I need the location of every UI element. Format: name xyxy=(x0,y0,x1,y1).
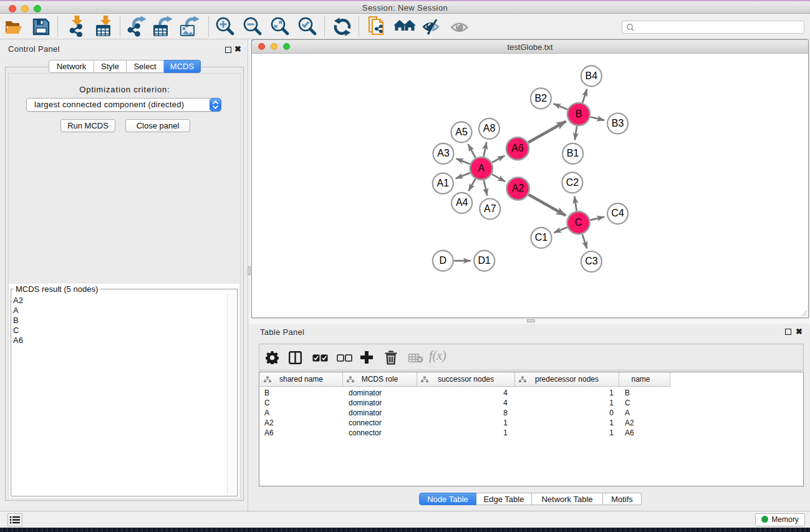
svg-text:B4: B4 xyxy=(586,70,598,81)
svg-text:A: A xyxy=(478,163,485,173)
svg-text:C4: C4 xyxy=(611,208,624,218)
svg-text:D1: D1 xyxy=(478,255,491,266)
svg-text:A4: A4 xyxy=(456,197,468,208)
svg-text:A8: A8 xyxy=(483,123,496,133)
svg-text:A1: A1 xyxy=(437,178,450,188)
svg-text:C3: C3 xyxy=(585,256,598,266)
svg-text:C1: C1 xyxy=(535,232,548,243)
svg-text:C: C xyxy=(575,217,582,228)
svg-text:A2: A2 xyxy=(512,183,524,193)
svg-text:D: D xyxy=(440,255,447,266)
svg-text:A5: A5 xyxy=(455,127,468,137)
svg-text:B3: B3 xyxy=(612,118,624,128)
svg-text:B: B xyxy=(576,109,582,119)
svg-text:A6: A6 xyxy=(511,143,524,153)
svg-text:B1: B1 xyxy=(567,148,579,158)
svg-text:B2: B2 xyxy=(535,93,547,104)
svg-text:A7: A7 xyxy=(484,203,496,214)
svg-text:A3: A3 xyxy=(437,148,450,158)
svg-text:C2: C2 xyxy=(566,177,579,188)
